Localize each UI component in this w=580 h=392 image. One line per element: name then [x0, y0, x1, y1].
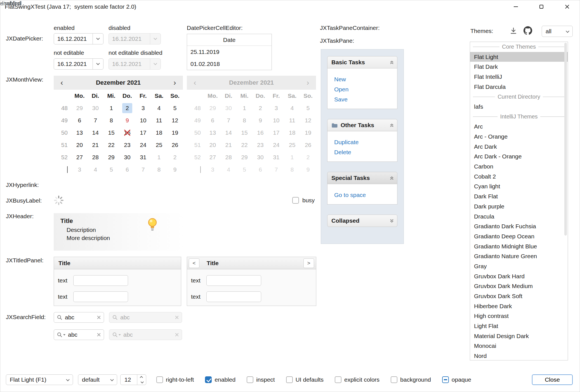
calendar-day[interactable]: 13 [205, 127, 221, 139]
theme-item[interactable]: Gradianto Nature Green [470, 251, 568, 261]
calendar-day[interactable]: 18 [284, 127, 300, 139]
calendar-day[interactable]: 8 [103, 114, 119, 127]
calendar-day[interactable]: 8 [151, 163, 167, 176]
calendar-day[interactable]: 7 [268, 163, 284, 176]
calendar-day[interactable]: 2 [119, 102, 135, 114]
calendar-day[interactable]: 3 [72, 163, 88, 176]
theme-item[interactable]: Arc - Orange [470, 132, 568, 142]
calendar-day[interactable]: 23 [253, 139, 268, 151]
calendar-day[interactable]: 2 [300, 151, 316, 163]
font-combobox[interactable]: default [78, 374, 117, 385]
calendar-day[interactable]: 5 [300, 102, 316, 114]
calendar-day[interactable]: 15 [237, 127, 253, 139]
next-month-button[interactable]: › [167, 78, 183, 87]
laf-combobox[interactable]: Flat Light (F1) [6, 374, 73, 385]
prev-month-button[interactable]: ‹ [54, 78, 70, 87]
calendar-day[interactable]: 3 [268, 102, 284, 114]
calendar-day[interactable]: 4 [151, 102, 167, 114]
theme-item[interactable]: Cyan light [470, 182, 568, 192]
checkbox-opaque[interactable]: opaque [442, 376, 471, 383]
calendar-day[interactable]: 28 [88, 151, 103, 163]
calendar-day[interactable]: 6 [205, 114, 221, 127]
theme-item[interactable]: High contrast [470, 311, 568, 321]
calendar-day[interactable]: 5 [103, 163, 119, 176]
theme-item[interactable]: Gruvbox Dark Soft [470, 291, 568, 301]
theme-item[interactable]: Gray [470, 261, 568, 271]
download-button[interactable] [510, 27, 517, 35]
calendar-day[interactable]: 18 [151, 127, 167, 139]
calendar-day[interactable]: 31 [268, 151, 284, 163]
calendar-day[interactable]: 1 [151, 151, 167, 163]
calendar-day[interactable]: 29 [237, 151, 253, 163]
calendar-day[interactable]: 15 [103, 127, 119, 139]
calendar-day[interactable]: 29 [72, 102, 88, 114]
taskpane-link[interactable]: Save [334, 94, 348, 104]
github-button[interactable] [524, 26, 532, 35]
calendar-day[interactable]: 21 [221, 139, 237, 151]
date-table-column-header[interactable]: Date [187, 34, 272, 46]
calendar-day[interactable]: 31 [135, 151, 151, 163]
clear-icon[interactable] [97, 315, 101, 320]
calendar-day[interactable]: 8 [284, 163, 300, 176]
calendar-day[interactable]: 26 [300, 139, 316, 151]
themes-filter-combobox[interactable]: all [542, 26, 573, 37]
calendar-day[interactable]: 14 [88, 127, 103, 139]
calendar-day[interactable]: 29 [205, 102, 221, 114]
datepicker-enabled[interactable]: 16.12.2021 [54, 33, 103, 44]
theme-item[interactable]: Flat Light [470, 52, 568, 62]
text-field[interactable] [206, 291, 261, 302]
taskpane-link[interactable]: Open [334, 84, 348, 94]
calendar-day[interactable]: 7 [135, 163, 151, 176]
theme-item[interactable]: Material Design Dark [470, 331, 568, 341]
calendar-day[interactable]: 24 [268, 139, 284, 151]
calendar-day[interactable]: 17 [268, 127, 284, 139]
calendar-day[interactable]: 29 [103, 151, 119, 163]
calendar-day[interactable]: 14 [221, 127, 237, 139]
calendar-day[interactable]: 21 [88, 139, 103, 151]
text-field[interactable] [73, 275, 128, 286]
calendar-day[interactable]: 5 [167, 102, 183, 114]
checkbox-ui-defaults[interactable]: UI defaults [286, 376, 324, 383]
theme-item[interactable]: Nord [470, 351, 568, 360]
calendar-day[interactable]: 20 [205, 139, 221, 151]
minimize-button[interactable] [503, 0, 529, 13]
calendar-day[interactable]: 11 [151, 114, 167, 127]
calendar-day[interactable]: 20 [72, 139, 88, 151]
calendar-day[interactable]: 9 [300, 163, 316, 176]
spinner-down-button[interactable] [137, 380, 146, 385]
theme-item[interactable]: Arc Dark [470, 142, 568, 152]
calendar-day[interactable]: 30 [253, 151, 268, 163]
theme-item[interactable]: Monocai [470, 341, 568, 351]
checkbox-enabled[interactable]: enabled [205, 376, 235, 383]
theme-item[interactable]: Gruvbox Dark Medium [470, 281, 568, 291]
busy-checkbox[interactable]: busy [292, 197, 315, 204]
search-menu-icon[interactable] [57, 332, 65, 338]
calendar-day[interactable]: 24 [135, 139, 151, 151]
theme-item[interactable]: Flat Darcula [470, 82, 568, 92]
calendar-day[interactable]: 3 [205, 163, 221, 176]
calendar-day[interactable]: 10 [135, 114, 151, 127]
table-row[interactable]: 25.11.2019 [187, 46, 272, 58]
calendar-day[interactable]: 5 [237, 163, 253, 176]
calendar-day[interactable]: 2 [167, 151, 183, 163]
theme-item[interactable]: Cobalt 2 [470, 172, 568, 182]
calendar-day[interactable]: 2 [253, 102, 268, 114]
scrollbar[interactable] [564, 43, 567, 236]
clear-icon[interactable] [97, 333, 101, 337]
text-field[interactable] [206, 275, 261, 286]
datepicker-not-editable[interactable]: 16.12.2021 [54, 58, 103, 70]
calendar-day[interactable]: 7 [88, 114, 103, 127]
calendar-day[interactable]: 30 [88, 102, 103, 114]
calendar-day[interactable]: 1 [237, 102, 253, 114]
theme-item[interactable]: Flat IntelliJ [470, 72, 568, 82]
taskpane-link[interactable]: New [334, 74, 346, 84]
calendar-day[interactable]: 10 [268, 114, 284, 127]
theme-item[interactable]: Flat Dark [470, 62, 568, 72]
datepicker-dropdown-button[interactable] [93, 34, 103, 44]
calendar-day[interactable]: 8 [237, 114, 253, 127]
calendar-day[interactable]: 12 [167, 114, 183, 127]
taskpane-link[interactable]: Go to space [334, 190, 366, 200]
theme-item[interactable]: Gruvbox Dark Hard [470, 271, 568, 281]
checkbox-right-to-left[interactable]: right-to-left [156, 376, 194, 383]
theme-item[interactable]: Gradianto Midnight Blue [470, 241, 568, 251]
